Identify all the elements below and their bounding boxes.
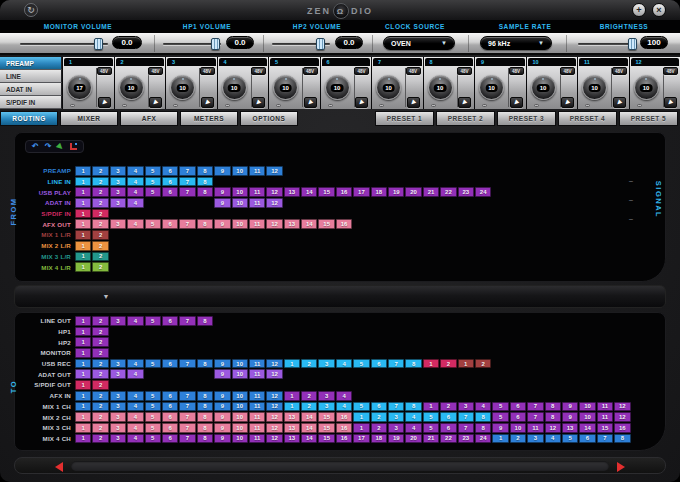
routing-cell[interactable]: 7	[179, 166, 195, 176]
window-move-icon[interactable]: +	[632, 3, 646, 17]
routing-cell[interactable]: 3	[110, 219, 126, 229]
routing-cell[interactable]: 8	[197, 177, 213, 187]
routing-cell[interactable]: 2	[92, 348, 108, 358]
routing-cell[interactable]: 10	[232, 391, 248, 401]
collapse-button[interactable]: ▼	[93, 290, 119, 303]
routing-cell[interactable]: 8	[197, 434, 213, 444]
clear-routing-icon[interactable]	[70, 143, 77, 150]
routing-cell[interactable]: 9	[214, 423, 230, 433]
routing-cell[interactable]: 5	[145, 316, 161, 326]
routing-cell[interactable]: 1	[284, 391, 300, 401]
phantom-48v-button[interactable]: 48V	[251, 67, 266, 75]
routing-cell[interactable]: 10	[232, 369, 248, 379]
clock-source-dropdown[interactable]: OVEN ▼	[383, 36, 455, 50]
routing-cell[interactable]: 17	[353, 434, 369, 444]
routing-cell[interactable]: 1	[423, 402, 439, 412]
phantom-48v-button[interactable]: 48V	[354, 67, 369, 75]
routing-cell[interactable]: 4	[336, 402, 352, 412]
routing-cell[interactable]: 5	[145, 177, 161, 187]
routing-cell[interactable]: 6	[579, 434, 595, 444]
sample-rate-dropdown[interactable]: 96 kHz ▼	[480, 36, 552, 50]
routing-cell[interactable]: 3	[110, 434, 126, 444]
routing-cell[interactable]: 2	[92, 241, 108, 251]
routing-cell[interactable]: 4	[127, 402, 143, 412]
routing-cell[interactable]: 5	[145, 434, 161, 444]
routing-cell[interactable]: 9	[214, 402, 230, 412]
routing-cell[interactable]: 2	[92, 316, 108, 326]
routing-cell[interactable]: 14	[301, 434, 317, 444]
routing-cell[interactable]: 1	[75, 412, 91, 422]
routing-cell[interactable]: 7	[179, 316, 195, 326]
routing-cell[interactable]: 2	[92, 230, 108, 240]
routing-cell[interactable]: 10	[232, 219, 248, 229]
routing-cell[interactable]: 21	[423, 434, 439, 444]
routing-cell[interactable]: 1	[75, 198, 91, 208]
routing-cell[interactable]: 12	[266, 166, 282, 176]
routing-cell[interactable]: 7	[179, 402, 195, 412]
routing-cell[interactable]: 8	[197, 402, 213, 412]
routing-cell[interactable]: 3	[110, 187, 126, 197]
routing-cell[interactable]: 2	[440, 402, 456, 412]
routing-cell[interactable]: 2	[92, 177, 108, 187]
routing-cell[interactable]: 1	[423, 359, 439, 369]
routing-cell[interactable]: 2	[92, 198, 108, 208]
routing-cell[interactable]: 3	[110, 177, 126, 187]
routing-cell[interactable]: 5	[423, 412, 439, 422]
routing-cell[interactable]: 13	[284, 187, 300, 197]
routing-cell[interactable]: 20	[405, 187, 421, 197]
routing-cell[interactable]: 8	[614, 434, 630, 444]
routing-cell[interactable]: 5	[145, 412, 161, 422]
routing-cell[interactable]: 5	[353, 402, 369, 412]
routing-cell[interactable]: 15	[597, 423, 613, 433]
routing-cell[interactable]: 7	[179, 359, 195, 369]
phantom-48v-button[interactable]: 48V	[457, 67, 472, 75]
routing-cell[interactable]: 6	[162, 402, 178, 412]
routing-cell[interactable]: 3	[110, 402, 126, 412]
routing-cell[interactable]: 12	[545, 423, 561, 433]
routing-cell[interactable]: 1	[75, 327, 91, 337]
routing-cell[interactable]: 4	[127, 187, 143, 197]
routing-cell[interactable]: 8	[197, 219, 213, 229]
routing-cell[interactable]: 6	[162, 434, 178, 444]
routing-cell[interactable]: 3	[110, 391, 126, 401]
routing-cell[interactable]: 3	[318, 391, 334, 401]
routing-cell[interactable]: 4	[127, 369, 143, 379]
routing-cell[interactable]: 3	[110, 359, 126, 369]
routing-cell[interactable]: 1	[75, 434, 91, 444]
gain-knob[interactable]: 10	[428, 75, 453, 100]
monitor-volume-slider[interactable]	[20, 43, 108, 45]
routing-cell[interactable]: 16	[614, 423, 630, 433]
routing-cell[interactable]: 5	[145, 166, 161, 176]
routing-cell[interactable]: 5	[145, 219, 161, 229]
hp1-volume-handle[interactable]	[211, 38, 220, 50]
routing-cell[interactable]: 1	[75, 337, 91, 347]
routing-cell[interactable]: 6	[510, 412, 526, 422]
routing-cell[interactable]: 1	[75, 316, 91, 326]
routing-cell[interactable]: 4	[127, 219, 143, 229]
routing-cell[interactable]: 2	[92, 327, 108, 337]
routing-cell[interactable]: 14	[301, 423, 317, 433]
routing-cell[interactable]: 12	[266, 423, 282, 433]
routing-cell[interactable]: 5	[353, 359, 369, 369]
gain-knob[interactable]: 10	[634, 75, 659, 100]
routing-cell[interactable]: 7	[388, 402, 404, 412]
routing-cell[interactable]: 2	[371, 423, 387, 433]
pad-arrow-button[interactable]: ▶	[407, 97, 420, 108]
preset-1-button[interactable]: PRESET 1	[375, 111, 434, 126]
routing-cell[interactable]: 2	[92, 187, 108, 197]
routing-cell[interactable]: 6	[162, 316, 178, 326]
routing-cell[interactable]: 7	[458, 423, 474, 433]
routing-cell[interactable]: 6	[440, 412, 456, 422]
routing-cell[interactable]: 15	[318, 219, 334, 229]
scroll-right-icon[interactable]	[617, 462, 625, 472]
routing-cell[interactable]: 3	[110, 166, 126, 176]
routing-cell[interactable]: 6	[371, 359, 387, 369]
routing-cell[interactable]: 5	[145, 359, 161, 369]
phantom-48v-button[interactable]: 48V	[97, 67, 112, 75]
routing-cell[interactable]: 1	[75, 262, 91, 272]
preset-4-button[interactable]: PRESET 4	[558, 111, 617, 126]
routing-cell[interactable]: 1	[75, 209, 91, 219]
routing-cell[interactable]: 7	[179, 177, 195, 187]
routing-cell[interactable]: 2	[301, 402, 317, 412]
sidebar-tab-adat-in[interactable]: ADAT IN	[0, 83, 62, 96]
